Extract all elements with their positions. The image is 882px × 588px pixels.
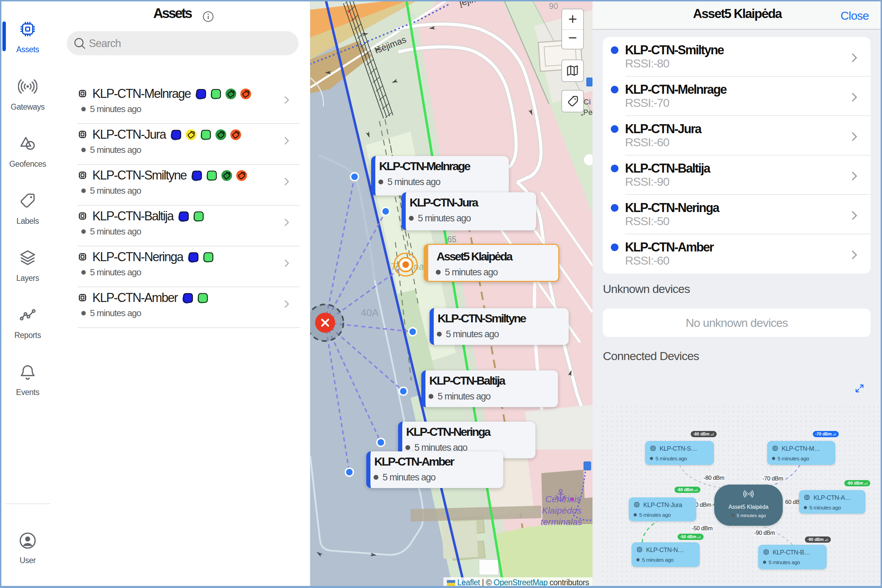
svg-text:40A: 40A xyxy=(361,307,379,318)
svg-text:Centrinis: Centrinis xyxy=(545,494,581,504)
svg-text:90: 90 xyxy=(549,2,558,11)
svg-text:65: 65 xyxy=(447,234,457,244)
svg-text:Ci: Ci xyxy=(584,98,591,106)
svg-text:terminalas: terminalas xyxy=(541,517,582,527)
svg-text:Klaipėdos: Klaipėdos xyxy=(542,506,581,516)
